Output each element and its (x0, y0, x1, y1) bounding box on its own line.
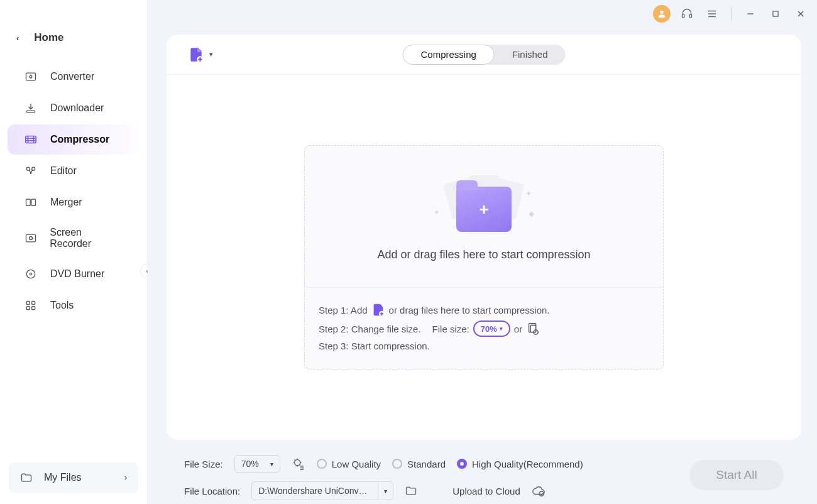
chevron-down-icon: ▾ (270, 461, 273, 468)
my-files-button[interactable]: My Files › (9, 463, 138, 493)
folder-icon (20, 471, 33, 484)
open-folder-icon[interactable] (405, 485, 417, 497)
downloader-icon (24, 101, 38, 115)
nav-home[interactable]: ‹ Home (0, 25, 147, 55)
start-all-label: Start All (716, 468, 757, 482)
footer: File Size: 70% ▾ Low Quality Standard Hi… (167, 446, 801, 504)
sidebar-item-converter[interactable]: Converter (8, 62, 140, 92)
svg-rect-15 (32, 307, 35, 310)
start-all-button[interactable]: Start All (689, 460, 784, 490)
sidebar-item-dvd-burner[interactable]: DVD Burner (8, 259, 140, 289)
screen-recorder-icon (24, 231, 37, 245)
svg-rect-19 (773, 11, 778, 16)
pill-value: 70% (481, 324, 497, 334)
radio-label: High Quality(Recommend) (472, 459, 583, 469)
svg-rect-18 (689, 14, 691, 18)
chevron-down-icon: ▾ (378, 482, 393, 500)
add-file-inline-icon[interactable] (371, 303, 385, 317)
sidebar-item-label: Compressor (50, 134, 109, 145)
radio-dot-icon (457, 459, 467, 469)
sidebar-item-compressor[interactable]: Compressor (8, 124, 140, 155)
close-icon[interactable] (792, 5, 809, 23)
chevron-down-icon: ▾ (209, 50, 213, 58)
step-1: Step 1: Add or drag files here to start … (319, 303, 649, 317)
filesize-value: 70% (241, 459, 259, 469)
maximize-icon[interactable] (767, 5, 784, 23)
location-value: D:\Wondershare UniConverter 1 (252, 486, 378, 496)
avatar-icon[interactable] (653, 5, 671, 23)
add-file-icon (188, 47, 204, 63)
radio-dot-icon (392, 459, 402, 469)
svg-rect-3 (26, 136, 36, 143)
svg-point-1 (30, 75, 32, 78)
sidebar-item-tools[interactable]: Tools (8, 290, 140, 320)
titlebar-divider (731, 7, 732, 21)
radio-dot-icon (317, 459, 327, 469)
back-chevron-icon: ‹ (16, 33, 19, 43)
advanced-settings-icon[interactable] (292, 457, 305, 471)
minimize-icon[interactable] (742, 5, 759, 23)
quality-low-radio[interactable]: Low Quality (317, 459, 381, 469)
my-files-label: My Files (44, 472, 82, 483)
svg-rect-8 (26, 234, 35, 242)
svg-point-11 (30, 273, 31, 275)
sidebar-item-label: Screen Recorder (50, 227, 123, 249)
sidebar-item-label: DVD Burner (50, 268, 104, 280)
location-select[interactable]: D:\Wondershare UniConverter 1 ▾ (251, 481, 393, 500)
tab-segment: Compressing Finished (402, 45, 565, 65)
add-file-button[interactable]: ▾ (188, 47, 213, 63)
sidebar-item-editor[interactable]: Editor (8, 156, 140, 186)
sidebar-item-label: Merger (50, 197, 82, 208)
titlebar (148, 0, 817, 28)
sidebar-item-label: Tools (50, 300, 74, 311)
svg-rect-0 (26, 73, 36, 80)
sidebar-item-label: Converter (50, 71, 94, 82)
editor-icon (24, 164, 38, 178)
menu-icon[interactable] (703, 5, 721, 23)
svg-rect-14 (26, 307, 30, 310)
main-area: ▾ Compressing Finished + ✦◆✦ Add or drag… (148, 0, 817, 504)
svg-point-9 (29, 237, 32, 240)
drop-steps: Step 1: Add or drag files here to start … (305, 287, 663, 369)
content-body: + ✦◆✦ Add or drag files here to start co… (167, 75, 801, 440)
tab-compressing[interactable]: Compressing (402, 45, 494, 65)
step2-or-text: or (514, 324, 522, 334)
chevron-down-icon: ▾ (500, 326, 503, 332)
svg-rect-2 (26, 111, 35, 112)
home-label: Home (34, 31, 63, 44)
merger-icon (24, 195, 38, 209)
sidebar-item-merger[interactable]: Merger (8, 187, 140, 217)
tools-icon (24, 299, 38, 312)
dvd-burner-icon (24, 267, 38, 281)
sidebar-item-screen-recorder[interactable]: Screen Recorder (8, 219, 140, 258)
radio-label: Standard (407, 459, 446, 469)
quality-high-radio[interactable]: High Quality(Recommend) (457, 459, 583, 469)
step-2: Step 2: Change file size. File size: 70%… (319, 320, 649, 337)
svg-rect-23 (531, 326, 536, 332)
svg-point-10 (26, 270, 35, 278)
support-headset-icon[interactable] (678, 5, 696, 23)
tab-label: Compressing (420, 49, 476, 60)
tab-finished[interactable]: Finished (495, 45, 566, 65)
cloud-upload-icon[interactable] (532, 484, 546, 498)
drop-zone[interactable]: + ✦◆✦ Add or drag files here to start co… (304, 145, 664, 370)
sidebar-item-label: Editor (50, 165, 77, 177)
sidebar: ‹ Home Converter Downloader Compressor (0, 0, 148, 504)
compressor-icon (24, 133, 38, 146)
nav-list: Converter Downloader Compressor Editor M… (0, 62, 147, 320)
file-settings-icon[interactable] (526, 322, 540, 336)
step2-text-a: Step 2: Change file size. (319, 324, 421, 334)
radio-label: Low Quality (332, 459, 381, 469)
step2-filesize-label: File size: (432, 324, 469, 334)
add-folder-graphic-icon: + ✦◆✦ (434, 172, 534, 234)
quality-standard-radio[interactable]: Standard (392, 459, 446, 469)
upload-cloud-label: Upload to Cloud (452, 486, 520, 496)
filesize-select[interactable]: 70% ▾ (234, 455, 280, 473)
sidebar-item-downloader[interactable]: Downloader (8, 93, 140, 123)
tab-label: Finished (512, 49, 548, 60)
chevron-right-icon: › (124, 473, 127, 482)
svg-point-25 (294, 460, 300, 466)
content-card: ▾ Compressing Finished + ✦◆✦ Add or drag… (167, 35, 801, 440)
filesize-percent-pill[interactable]: 70% ▾ (473, 320, 510, 337)
converter-icon (24, 70, 38, 84)
